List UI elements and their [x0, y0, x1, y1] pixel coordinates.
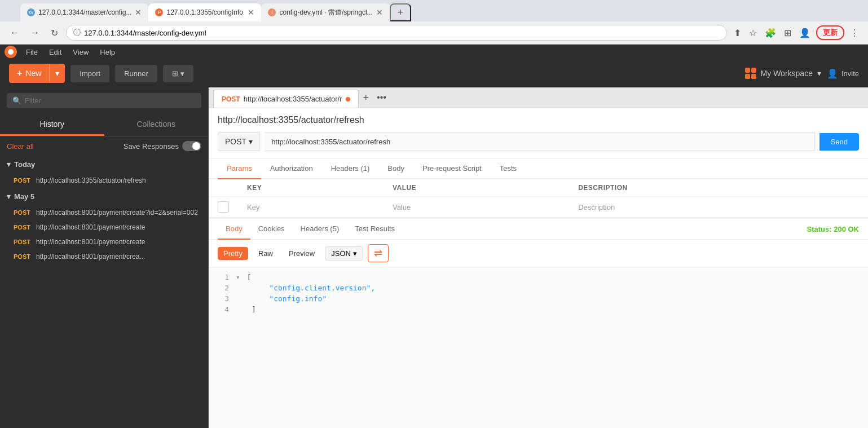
- history-item-4[interactable]: POST http://localhost:8001/payment/crea.…: [0, 249, 208, 264]
- history-item-3[interactable]: POST http://localhost:8001/payment/creat…: [0, 235, 208, 249]
- builder-dropdown: ▾: [180, 69, 184, 78]
- menu-file[interactable]: File: [20, 46, 43, 58]
- response-tabs-bar: Body Cookies Headers (5) Test Results St…: [209, 219, 868, 240]
- line-num-2: 2: [218, 284, 229, 292]
- address-bar[interactable]: ⓘ: [66, 25, 727, 41]
- toolbar-icons: ⬆ ☆ 🧩 ⊞ 👤 更新 ⋮: [732, 25, 861, 41]
- response-format-bar: Pretty Raw Preview JSON ▾ ⇌: [209, 240, 868, 267]
- url-field[interactable]: [265, 133, 815, 151]
- workspace-dropdown-icon: ▾: [817, 69, 821, 78]
- save-responses-toggle[interactable]: [182, 141, 201, 151]
- request-tabs: POST http://localhost:3355/actuator/r + …: [209, 87, 868, 108]
- format-pretty[interactable]: Pretty: [218, 247, 248, 260]
- postman-logo-inner: [8, 49, 14, 55]
- runner-button[interactable]: Runner: [115, 65, 157, 82]
- param-checkbox-0[interactable]: [218, 201, 229, 213]
- history-item-0[interactable]: POST http://localhost:3355/actuator/refr…: [0, 173, 208, 188]
- resp-tab-body[interactable]: Body: [218, 219, 250, 240]
- status-badge: Status: 200 OK: [807, 225, 859, 233]
- menu-edit[interactable]: Edit: [43, 46, 67, 58]
- tab-close-3[interactable]: ✕: [376, 8, 383, 17]
- update-button[interactable]: 更新: [816, 25, 844, 40]
- save-responses-label: Save Responses: [124, 142, 179, 151]
- line-content-1: [: [247, 273, 252, 281]
- subtab-headers[interactable]: Headers (1): [322, 158, 379, 179]
- menu-icon[interactable]: ⋮: [848, 25, 861, 41]
- sidebar-section-may5[interactable]: ▾ May 5: [0, 188, 208, 205]
- new-tab-button[interactable]: +: [390, 3, 412, 21]
- resp-tab-testresults[interactable]: Test Results: [347, 219, 403, 240]
- browser-tab-3[interactable]: i config-dev.yml · 雷道/springcl... ✕: [261, 3, 389, 21]
- share-icon[interactable]: ⬆: [732, 25, 743, 41]
- clear-all-button[interactable]: Clear all: [7, 142, 34, 151]
- item-url-1: http://localhost:8001/payment/create?id=…: [36, 209, 198, 217]
- workspace-button[interactable]: My Workspace ▾: [745, 68, 821, 79]
- tab-close-1[interactable]: ✕: [135, 8, 142, 17]
- postman-main: 🔍 History Collections Clear all Save Res…: [0, 87, 868, 428]
- history-item-2[interactable]: POST http://localhost:8001/payment/creat…: [0, 220, 208, 235]
- more-tabs-button[interactable]: •••: [373, 92, 390, 103]
- menu-bar: File Edit View Help: [0, 45, 868, 59]
- browser-tab-2[interactable]: P 127.0.0.1:3355/configInfo ✕: [148, 3, 261, 21]
- request-url-title: http://localhost:3355/actuator/refresh: [218, 115, 859, 125]
- profile-icon[interactable]: 👤: [797, 25, 813, 41]
- format-preview[interactable]: Preview: [283, 247, 320, 260]
- add-tab-button[interactable]: +: [359, 92, 374, 104]
- method-select[interactable]: POST ▾: [218, 132, 260, 151]
- browser-tab-1[interactable]: G 127.0.0.1:3344/master/config... ✕: [20, 3, 148, 21]
- sidebar-filter-input[interactable]: [25, 96, 196, 105]
- menu-help[interactable]: Help: [94, 46, 121, 58]
- grid-icon[interactable]: ⊞: [782, 25, 794, 41]
- param-key-0[interactable]: Key: [238, 197, 384, 218]
- new-button-main[interactable]: + New: [9, 64, 49, 83]
- builder-button[interactable]: ⊞ ▾: [163, 65, 193, 82]
- back-button[interactable]: ←: [7, 25, 23, 40]
- subtab-params[interactable]: Params: [218, 158, 261, 179]
- param-desc-0[interactable]: Description: [569, 197, 868, 218]
- import-button[interactable]: Import: [71, 65, 109, 82]
- method-badge-0: POST: [14, 177, 32, 184]
- code-line-1: 1 ▾ [: [218, 272, 859, 283]
- format-raw[interactable]: Raw: [253, 247, 279, 260]
- item-url-2: http://localhost:8001/payment/create: [36, 223, 145, 231]
- refresh-button[interactable]: ↻: [47, 25, 61, 41]
- wrap-button[interactable]: ⇌: [368, 244, 389, 262]
- content-type-select[interactable]: JSON ▾: [325, 246, 363, 261]
- col-value: VALUE: [384, 179, 569, 197]
- subtab-authorization[interactable]: Authorization: [261, 158, 322, 179]
- workspace-label: My Workspace: [761, 69, 813, 78]
- new-label: New: [25, 69, 41, 78]
- send-button[interactable]: Send: [819, 133, 859, 151]
- item-url-3: http://localhost:8001/payment/create: [36, 238, 145, 246]
- extension-icon[interactable]: 🧩: [763, 25, 778, 41]
- invite-button[interactable]: 👤 Invite: [827, 68, 859, 79]
- expand-icon-1[interactable]: ▾: [236, 273, 240, 281]
- sidebar-section-today[interactable]: ▾ Today: [0, 156, 208, 173]
- content-type-label: JSON: [331, 249, 351, 258]
- tab-favicon-2: P: [155, 8, 163, 16]
- tab-title-1: 127.0.0.1:3344/master/config...: [38, 8, 131, 16]
- chevron-down-icon: ▾: [7, 160, 11, 169]
- method-dropdown-icon: ▾: [249, 137, 253, 146]
- resp-tab-cookies[interactable]: Cookies: [250, 219, 293, 240]
- tab-close-2[interactable]: ✕: [248, 8, 254, 17]
- new-button-dropdown[interactable]: ▾: [49, 64, 65, 82]
- tab-collections[interactable]: Collections: [104, 114, 209, 136]
- url-input[interactable]: [84, 29, 720, 37]
- active-request-tab[interactable]: POST http://localhost:3355/actuator/r: [213, 90, 359, 108]
- active-tab-url: http://localhost:3355/actuator/r: [244, 95, 342, 103]
- sidebar-search-inner[interactable]: 🔍: [7, 93, 201, 108]
- menu-view[interactable]: View: [67, 46, 94, 58]
- line-num-1: 1: [218, 273, 229, 281]
- subtab-tests[interactable]: Tests: [491, 158, 526, 179]
- tab-history[interactable]: History: [0, 114, 104, 136]
- bookmark-icon[interactable]: ☆: [747, 25, 759, 41]
- param-value-0[interactable]: Value: [384, 197, 569, 218]
- forward-button[interactable]: →: [27, 25, 43, 40]
- history-item-1[interactable]: POST http://localhost:8001/payment/creat…: [0, 205, 208, 220]
- resp-tab-headers[interactable]: Headers (5): [293, 219, 347, 240]
- subtab-body[interactable]: Body: [378, 158, 413, 179]
- col-description: DESCRIPTION: [569, 179, 868, 197]
- new-button[interactable]: + New ▾: [9, 64, 65, 83]
- subtab-prerequest[interactable]: Pre-request Script: [413, 158, 491, 179]
